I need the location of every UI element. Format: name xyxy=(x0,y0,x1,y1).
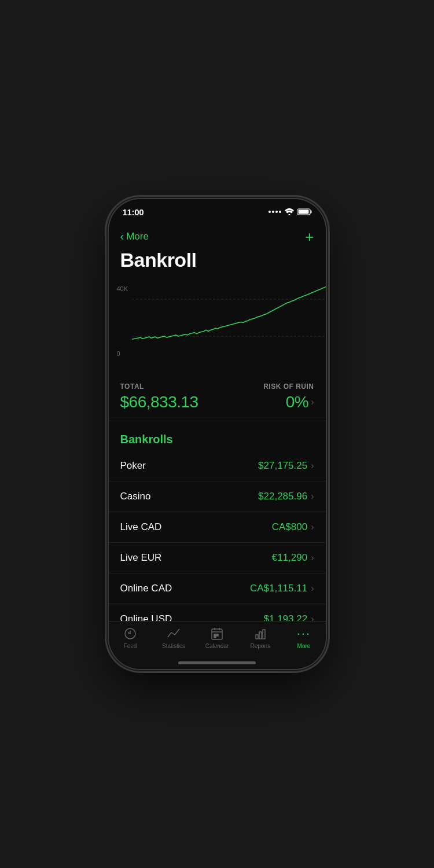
bankroll-right: $27,175.25 › xyxy=(258,460,314,472)
risk-stat[interactable]: RISK OF RUIN 0% › xyxy=(263,382,314,411)
signal-icon xyxy=(269,211,281,213)
bankroll-chevron-icon: › xyxy=(311,553,314,563)
risk-chevron-icon: › xyxy=(311,397,314,407)
battery-icon xyxy=(297,208,312,215)
chart-y-axis: 40K 0 xyxy=(117,281,128,362)
bankroll-name: Live EUR xyxy=(120,552,162,564)
calendar-icon xyxy=(209,626,225,641)
bankroll-chevron-icon: › xyxy=(311,583,314,594)
home-indicator xyxy=(178,661,256,664)
bankroll-name: Casino xyxy=(120,491,151,502)
stats-row: TOTAL $66,833.13 RISK OF RUIN 0% › xyxy=(120,382,314,411)
nav-bar: ‹ More + xyxy=(109,225,326,247)
svg-point-0 xyxy=(288,214,290,215)
bankroll-item[interactable]: Online CAD CA$1,115.11 › xyxy=(109,573,326,604)
risk-value-row: 0% › xyxy=(286,393,314,411)
risk-label: RISK OF RUIN xyxy=(263,382,314,391)
status-bar: 11:00 xyxy=(109,199,326,225)
reports-label: Reports xyxy=(250,643,270,649)
bankroll-list: Poker $27,175.25 › Casino $22,285.96 › L… xyxy=(109,451,326,621)
svg-rect-2 xyxy=(310,211,311,214)
tab-feed[interactable]: Feed xyxy=(109,626,152,649)
bankroll-chevron-icon: › xyxy=(311,461,314,471)
bankroll-right: CA$800 › xyxy=(272,521,314,533)
page-title: Bankroll xyxy=(109,247,326,281)
total-value: $66,833.13 xyxy=(120,393,198,411)
svg-rect-15 xyxy=(259,632,262,639)
bankroll-right: $22,285.96 › xyxy=(258,491,314,502)
bankroll-name: Poker xyxy=(120,460,146,472)
wifi-icon xyxy=(285,208,294,215)
bankroll-name: Online CAD xyxy=(120,583,172,594)
bankroll-amount: $1,193.22 xyxy=(264,613,308,621)
bankroll-item[interactable]: Live EUR €11,290 › xyxy=(109,543,326,573)
risk-value: 0% xyxy=(286,393,308,411)
svg-rect-14 xyxy=(256,635,258,639)
reports-icon xyxy=(253,626,268,641)
total-stat: TOTAL $66,833.13 xyxy=(120,382,198,411)
back-label: More xyxy=(126,231,149,242)
bankroll-name: Online USD xyxy=(120,613,172,621)
bankroll-right: $1,193.22 › xyxy=(264,613,314,621)
bankroll-right: CA$1,115.11 › xyxy=(250,583,314,594)
chart-y-0: 0 xyxy=(117,350,128,357)
statistics-icon xyxy=(166,626,181,641)
back-chevron-icon: ‹ xyxy=(120,230,124,243)
bankroll-chevron-icon: › xyxy=(311,522,314,532)
bankroll-amount: CA$800 xyxy=(272,521,307,533)
svg-rect-16 xyxy=(263,630,265,639)
status-icons xyxy=(269,208,312,215)
feed-icon xyxy=(123,626,138,641)
tab-statistics[interactable]: Statistics xyxy=(152,626,196,649)
bankroll-item[interactable]: Poker $27,175.25 › xyxy=(109,451,326,481)
total-label: TOTAL xyxy=(120,382,198,391)
stats-section: TOTAL $66,833.13 RISK OF RUIN 0% › xyxy=(109,373,326,421)
notch xyxy=(174,199,260,216)
svg-rect-13 xyxy=(214,637,216,638)
chart-container xyxy=(132,281,326,373)
bankroll-right: €11,290 › xyxy=(272,552,314,564)
svg-rect-3 xyxy=(298,210,308,214)
bankroll-chevron-icon: › xyxy=(311,614,314,621)
bankroll-amount: $22,285.96 xyxy=(258,491,307,502)
add-button[interactable]: + xyxy=(305,229,314,244)
screen: 11:00 xyxy=(109,199,326,669)
calendar-label: Calendar xyxy=(205,643,229,649)
feed-label: Feed xyxy=(124,643,137,649)
bankroll-amount: €11,290 xyxy=(272,552,307,564)
tab-more[interactable]: ··· More xyxy=(282,626,326,649)
tab-reports[interactable]: Reports xyxy=(239,626,282,649)
bankroll-amount: CA$1,115.11 xyxy=(250,583,307,594)
bankroll-item[interactable]: Casino $22,285.96 › xyxy=(109,481,326,512)
bankroll-amount: $27,175.25 xyxy=(258,460,307,472)
content-area: ‹ More + Bankroll 40K 0 xyxy=(109,225,326,621)
svg-rect-11 xyxy=(214,634,216,636)
more-label: More xyxy=(297,643,311,649)
statistics-label: Statistics xyxy=(162,643,185,649)
status-time: 11:00 xyxy=(123,207,144,217)
bankroll-chart xyxy=(132,281,326,373)
chart-y-40k: 40K xyxy=(117,285,128,292)
back-button[interactable]: ‹ More xyxy=(120,230,149,243)
more-dots-icon: ··· xyxy=(296,626,311,641)
chart-section: 40K 0 xyxy=(109,281,326,373)
phone-frame: 11:00 xyxy=(109,199,326,669)
bankroll-item[interactable]: Online USD $1,193.22 › xyxy=(109,604,326,621)
tab-calendar[interactable]: Calendar xyxy=(196,626,239,649)
bankroll-chevron-icon: › xyxy=(311,491,314,502)
bankroll-name: Live CAD xyxy=(120,521,162,533)
svg-rect-12 xyxy=(216,634,218,636)
bankrolls-header: Bankrolls xyxy=(109,421,326,451)
bankroll-item[interactable]: Live CAD CA$800 › xyxy=(109,512,326,543)
